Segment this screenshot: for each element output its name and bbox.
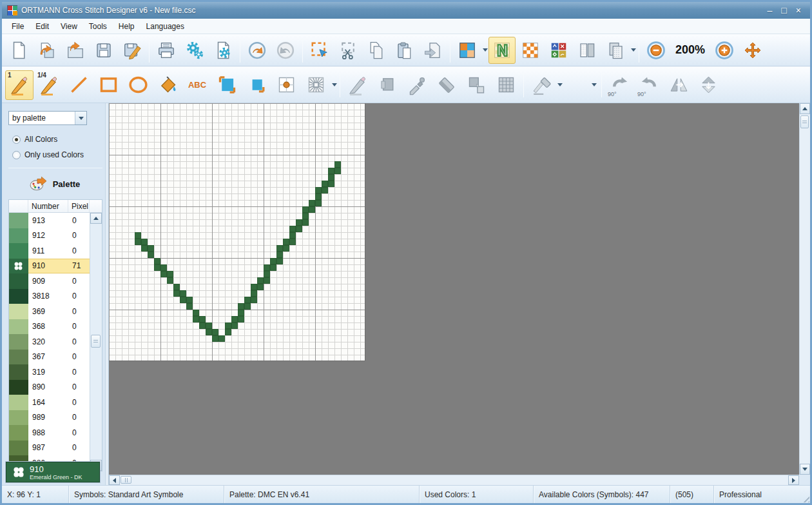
- cut-button[interactable]: [334, 37, 362, 64]
- rectangle-tool-button[interactable]: [94, 70, 122, 100]
- select-shape-button[interactable]: [373, 70, 401, 100]
- backstitch-button[interactable]: [343, 70, 372, 100]
- palette-row-987[interactable]: 9870: [9, 441, 90, 456]
- minimize-button[interactable]: –: [768, 6, 773, 15]
- pan-button[interactable]: [739, 37, 766, 64]
- menu-help[interactable]: Help: [113, 20, 140, 33]
- vertical-scrollbar[interactable]: [799, 103, 810, 475]
- radio-option-1[interactable]: Only used Colors: [12, 148, 105, 161]
- close-button[interactable]: ×: [796, 6, 801, 15]
- select-area-button[interactable]: [306, 37, 333, 64]
- zoom-out-button[interactable]: [643, 37, 670, 64]
- palette-row-368[interactable]: 3680: [9, 319, 90, 335]
- eraser-options-dropdown-icon[interactable]: [557, 83, 563, 86]
- horizontal-scroll-thumb[interactable]: [121, 476, 131, 484]
- menu-edit[interactable]: Edit: [30, 20, 55, 33]
- palette-row-320[interactable]: 3200: [9, 334, 90, 350]
- scroll-left-button[interactable]: [109, 475, 120, 485]
- vertical-scroll-thumb[interactable]: [800, 115, 809, 128]
- scroll-right-button[interactable]: [788, 475, 799, 485]
- pattern-canvas[interactable]: [109, 103, 365, 361]
- palette-row-369[interactable]: 3690: [9, 304, 90, 319]
- special-stitches-dropdown-icon[interactable]: [332, 83, 337, 86]
- view-blocks-button[interactable]: [454, 37, 481, 64]
- paste-as-new-button[interactable]: [420, 37, 447, 64]
- text-tool-button[interactable]: ABC: [183, 70, 211, 100]
- quarter-stitch-pencil-button[interactable]: 1/4: [35, 70, 63, 100]
- save-as-button[interactable]: [119, 37, 146, 64]
- palette-row-912[interactable]: 9120: [9, 228, 90, 244]
- palette-scroll-thumb[interactable]: [91, 335, 101, 348]
- print-button[interactable]: [153, 37, 180, 64]
- scroll-down-button[interactable]: [800, 464, 810, 475]
- flip-horizontal-button[interactable]: [664, 70, 693, 100]
- zoom-in-button[interactable]: [711, 37, 738, 64]
- menu-languages[interactable]: Languages: [140, 20, 190, 33]
- palette-row-989[interactable]: 9890: [9, 410, 90, 426]
- palette-scrollbar[interactable]: [90, 213, 102, 471]
- undo-button[interactable]: [244, 37, 271, 64]
- radio-option-0[interactable]: All Colors: [12, 133, 105, 146]
- flip-vertical-button[interactable]: [694, 70, 722, 100]
- palette-row-911[interactable]: 9110: [9, 243, 90, 259]
- palette-row-3818[interactable]: 38180: [9, 289, 90, 304]
- menu-file[interactable]: File: [6, 20, 30, 33]
- copy-button[interactable]: [363, 37, 390, 64]
- palette-scroll-up-button[interactable]: [90, 213, 102, 224]
- radio-icon[interactable]: [12, 151, 21, 159]
- eraser-button[interactable]: [432, 70, 461, 100]
- palette-row-988[interactable]: 9880: [9, 425, 90, 441]
- view-split-button[interactable]: [574, 37, 601, 64]
- palette-filter-dropdown[interactable]: by palette: [8, 111, 87, 125]
- paste-button[interactable]: [391, 37, 418, 64]
- palette-row-910[interactable]: 91071: [9, 259, 90, 274]
- view-blocks-dropdown-icon[interactable]: [483, 48, 488, 52]
- rotate-ccw-button[interactable]: 90°: [635, 70, 663, 100]
- palette-row-319[interactable]: 3190: [9, 364, 90, 380]
- palette-row-164[interactable]: 1640: [9, 395, 90, 410]
- horizontal-scrollbar[interactable]: [109, 475, 799, 485]
- eraser-options-button[interactable]: [527, 70, 556, 100]
- save-button[interactable]: [90, 37, 117, 64]
- menu-tools[interactable]: Tools: [83, 20, 113, 33]
- view-layers-dropdown-icon[interactable]: [631, 48, 636, 52]
- redo-button[interactable]: [272, 37, 299, 64]
- radio-icon[interactable]: [12, 135, 21, 144]
- scroll-up-button[interactable]: [800, 103, 810, 114]
- horizontal-scroll-track[interactable]: [120, 475, 788, 485]
- header-number[interactable]: Number: [28, 200, 68, 212]
- palette-row-913[interactable]: 9130: [9, 213, 90, 228]
- full-stitch-pencil-button[interactable]: 1: [5, 70, 34, 100]
- line-tool-button[interactable]: [64, 70, 93, 100]
- color-picker-button[interactable]: [403, 70, 431, 100]
- view-pattern-button[interactable]: [517, 37, 544, 64]
- view-color-symbols-button[interactable]: [545, 37, 572, 64]
- palette-row-909[interactable]: 9090: [9, 273, 90, 289]
- grid-tool-button[interactable]: [492, 70, 520, 100]
- half-stitch-block-button[interactable]: [242, 70, 271, 100]
- settings-button[interactable]: [181, 37, 208, 64]
- full-stitch-block-button[interactable]: [213, 70, 241, 100]
- view-layers-button[interactable]: [602, 37, 629, 64]
- special-stitches-button[interactable]: [302, 70, 330, 100]
- view-symbols-button[interactable]: [488, 37, 516, 64]
- french-knot-button[interactable]: [272, 70, 300, 100]
- more-options-dropdown-icon[interactable]: [590, 72, 599, 99]
- new-file-button[interactable]: [5, 37, 32, 64]
- palette-button[interactable]: Palette: [8, 173, 100, 194]
- palette-scroll-track[interactable]: [90, 224, 102, 460]
- vertical-scroll-track[interactable]: [800, 114, 810, 464]
- palette-row-890[interactable]: 8900: [9, 380, 90, 395]
- palette-row-367[interactable]: 3670: [9, 350, 90, 365]
- rotate-cw-button[interactable]: 90°: [605, 70, 633, 100]
- import-image-button[interactable]: [34, 37, 61, 64]
- menu-view[interactable]: View: [55, 20, 83, 33]
- maximize-button[interactable]: □: [781, 6, 786, 15]
- replace-color-button[interactable]: [462, 70, 490, 100]
- color-swatch: [9, 364, 28, 380]
- header-pixel[interactable]: Pixel: [68, 200, 90, 212]
- open-file-button[interactable]: [62, 37, 89, 64]
- page-setup-button[interactable]: [209, 37, 237, 64]
- ellipse-tool-button[interactable]: [124, 70, 152, 100]
- fill-tool-button[interactable]: [153, 70, 182, 100]
